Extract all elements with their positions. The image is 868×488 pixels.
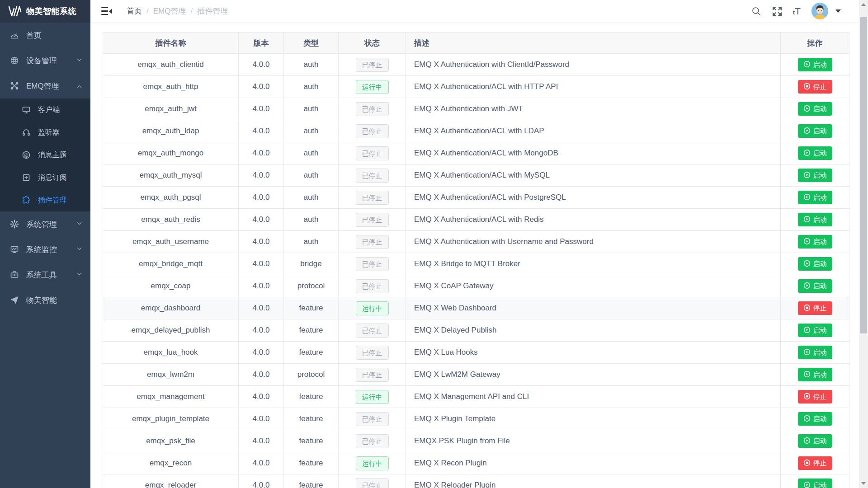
sidebar-item-物美智能[interactable]: 物美智能 [0, 287, 90, 313]
start-button[interactable]: 启动 [798, 191, 832, 204]
plugin-action-cell: 停止 [781, 297, 849, 319]
table-row-emqx_delayed_publish: emqx_delayed_publish4.0.0feature已停止EMQ X… [103, 319, 849, 342]
topic-icon: @ [21, 150, 32, 160]
status-badge-stopped: 已停止 [356, 146, 389, 160]
start-button[interactable]: 启动 [798, 257, 832, 271]
search-icon[interactable] [751, 6, 761, 16]
table-row-emqx_lwm2m: emqx_lwm2m4.0.0protocol已停止EMQ X LwM2M Ga… [103, 364, 849, 386]
start-button[interactable]: 启动 [798, 235, 832, 249]
start-icon [803, 149, 811, 158]
plugin-action-cell: 启动 [781, 54, 849, 76]
sidebar: 物美智能系统 首页设备管理EMQ管理客户端监听器@消息主题消息订阅插件管理系统管… [0, 0, 90, 488]
plugin-name-cell: emqx_auth_username [103, 231, 239, 253]
app-logo[interactable]: 物美智能系统 [0, 0, 90, 23]
scroll-up-arrow[interactable] [859, 0, 868, 9]
plugin-type-cell: feature [284, 342, 339, 364]
plugin-type-cell: bridge [284, 253, 339, 275]
sidebar-item-系统监控[interactable]: 系统监控 [0, 237, 90, 262]
plugin-status-cell: 已停止 [339, 164, 406, 187]
sidebar-subitem-监听器[interactable]: 监听器 [0, 121, 90, 144]
table-row-emqx_auth_mongo: emqx_auth_mongo4.0.0auth已停止EMQ X Authent… [103, 142, 849, 164]
plugin-action-cell: 停止 [781, 76, 849, 98]
sidebar-collapse-icon[interactable] [101, 7, 112, 16]
plugin-status-cell: 已停止 [339, 408, 406, 430]
paper-plane-icon [9, 296, 20, 305]
stop-button[interactable]: 停止 [798, 456, 832, 470]
status-badge-stopped: 已停止 [356, 257, 389, 271]
table-row-emqx_plugin_template: emqx_plugin_template4.0.0feature已停止EMQ X… [103, 408, 849, 430]
start-button[interactable]: 启动 [798, 146, 832, 160]
plugin-description-cell: EMQ X Authentication/ACL with PostgreSQL [406, 187, 781, 209]
start-button[interactable]: 启动 [798, 434, 832, 448]
plugin-version-cell: 4.0.0 [239, 209, 284, 231]
plugin-name-cell: emqx_reloader [103, 474, 239, 488]
start-icon [803, 216, 811, 224]
plugin-action-cell: 启动 [781, 231, 849, 253]
sidebar-subitem-消息主题[interactable]: @消息主题 [0, 144, 90, 166]
start-button[interactable]: 启动 [798, 213, 832, 226]
plugin-version-cell: 4.0.0 [239, 253, 284, 275]
status-badge-stopped: 已停止 [356, 324, 389, 338]
breadcrumb-item-首页[interactable]: 首页 [127, 6, 142, 16]
start-button[interactable]: 启动 [798, 346, 832, 359]
caret-down-icon[interactable] [835, 9, 841, 13]
plugin-type-cell: protocol [284, 275, 339, 297]
stop-button[interactable]: 停止 [798, 390, 832, 404]
start-icon [803, 371, 811, 379]
start-button[interactable]: 启动 [798, 368, 832, 381]
plugin-action-cell: 启动 [781, 319, 849, 342]
start-icon [803, 326, 811, 335]
plugin-description-cell: EMQ X Authentication/ACL with LDAP [406, 120, 781, 142]
start-icon [803, 282, 811, 291]
start-button[interactable]: 启动 [798, 324, 832, 337]
sidebar-item-label: 首页 [26, 30, 82, 41]
start-button[interactable]: 启动 [798, 412, 832, 426]
breadcrumb-item-EMQ管理[interactable]: EMQ管理 [153, 6, 186, 16]
plugin-action-cell: 启动 [781, 120, 849, 142]
app-title: 物美智能系统 [26, 6, 76, 17]
start-button[interactable]: 启动 [798, 124, 832, 138]
topbar: 首页/EMQ管理/插件管理 tT [90, 0, 859, 23]
plugin-version-cell: 4.0.0 [239, 98, 284, 120]
start-button[interactable]: 启动 [798, 58, 832, 71]
status-badge-stopped: 已停止 [356, 124, 389, 138]
plugin-version-cell: 4.0.0 [239, 342, 284, 364]
sidebar-subitem-客户端[interactable]: 客户端 [0, 99, 90, 121]
plugin-action-cell: 停止 [781, 452, 849, 474]
breadcrumb-separator: / [146, 7, 149, 16]
sidebar-subitem-label: 消息主题 [38, 150, 82, 160]
scroll-down-arrow[interactable] [859, 479, 868, 488]
sidebar-item-EMQ管理[interactable]: EMQ管理 [0, 73, 90, 99]
sidebar-item-设备管理[interactable]: 设备管理 [0, 48, 90, 73]
fullscreen-icon[interactable] [772, 6, 782, 16]
start-icon [803, 415, 811, 423]
plugin-icon [21, 196, 32, 205]
start-button[interactable]: 启动 [798, 279, 832, 293]
table-row-emqx_auth_username: emqx_auth_username4.0.0auth已停止EMQ X Auth… [103, 231, 849, 253]
sidebar-item-系统管理[interactable]: 系统管理 [0, 211, 90, 237]
start-button[interactable]: 启动 [798, 169, 832, 182]
start-button[interactable]: 启动 [798, 479, 832, 488]
scrollbar-thumb[interactable] [860, 17, 867, 333]
table-row-emqx_auth_ldap: emqx_auth_ldap4.0.0auth已停止EMQ X Authenti… [103, 120, 849, 142]
plugin-version-cell: 4.0.0 [239, 297, 284, 319]
user-avatar[interactable] [811, 3, 828, 19]
plugin-status-cell: 已停止 [339, 430, 406, 452]
plugin-type-cell: feature [284, 474, 339, 488]
plugin-version-cell: 4.0.0 [239, 164, 284, 187]
start-button[interactable]: 启动 [798, 102, 832, 116]
plugin-version-cell: 4.0.0 [239, 474, 284, 488]
start-icon [803, 61, 811, 69]
sidebar-item-系统工具[interactable]: 系统工具 [0, 262, 90, 287]
stop-icon [803, 459, 811, 468]
stop-button[interactable]: 停止 [798, 301, 832, 315]
font-size-icon[interactable]: tT [793, 6, 801, 17]
stop-button[interactable]: 停止 [798, 80, 832, 94]
sidebar-subitem-插件管理[interactable]: 插件管理 [0, 189, 90, 211]
sidebar-item-首页[interactable]: 首页 [0, 23, 90, 48]
status-badge-stopped: 已停止 [356, 346, 389, 360]
chevron-down-icon [76, 270, 82, 279]
start-icon [803, 238, 811, 246]
plugin-name-cell: emqx_lwm2m [103, 364, 239, 386]
sidebar-subitem-消息订阅[interactable]: 消息订阅 [0, 166, 90, 189]
